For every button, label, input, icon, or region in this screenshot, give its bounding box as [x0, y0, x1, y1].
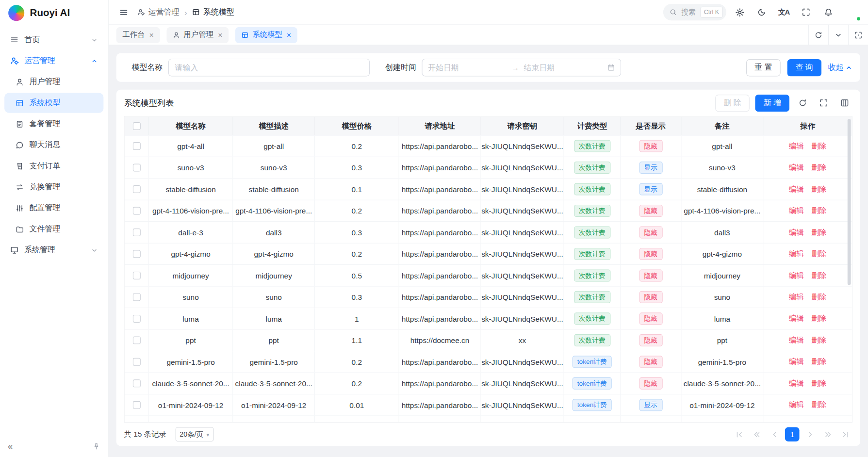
reset-button[interactable]: 重 置	[746, 59, 781, 76]
row-checkbox[interactable]	[132, 401, 140, 409]
delete-link[interactable]: 删除	[812, 314, 827, 324]
refresh-tab-button[interactable]	[808, 25, 828, 45]
edit-link[interactable]: 编辑	[789, 163, 804, 173]
edit-link[interactable]: 编辑	[789, 357, 804, 367]
settings-button[interactable]	[731, 3, 749, 21]
row-checkbox[interactable]	[132, 379, 140, 387]
model-name-field	[168, 59, 370, 76]
row-checkbox[interactable]	[132, 272, 140, 279]
table-scrollbar[interactable]	[848, 119, 851, 285]
prev-page-button[interactable]	[767, 427, 782, 441]
close-icon[interactable]: ×	[287, 31, 291, 39]
column-header-remark: 备注	[681, 117, 763, 135]
column-settings-button[interactable]	[837, 95, 852, 111]
add-button[interactable]: 新 增	[755, 94, 789, 111]
next-group-button[interactable]	[820, 427, 835, 441]
page-size-select[interactable]: 20条/页 ▾	[175, 427, 213, 441]
tab-user-management[interactable]: 用户管理 ×	[166, 27, 229, 43]
delete-link[interactable]: 删除	[812, 228, 827, 238]
sidebar-collapse-button[interactable]: «	[8, 442, 13, 451]
language-button[interactable]: 文A	[775, 3, 793, 21]
delete-link[interactable]: 删除	[812, 400, 827, 410]
edit-link[interactable]: 编辑	[789, 228, 804, 238]
close-icon[interactable]: ×	[218, 31, 222, 39]
sidebar-item-home[interactable]: 首页	[4, 30, 103, 50]
sidebar-item-system-model[interactable]: 系统模型	[4, 93, 103, 113]
delete-link[interactable]: 删除	[812, 206, 827, 216]
delete-link[interactable]: 删除	[812, 378, 827, 389]
row-checkbox[interactable]	[132, 250, 140, 258]
close-icon[interactable]: ×	[149, 31, 153, 39]
sidebar-item-package-management[interactable]: 套餐管理	[4, 114, 103, 134]
dark-mode-button[interactable]	[753, 3, 771, 21]
edit-link[interactable]: 编辑	[789, 314, 804, 324]
first-page-button[interactable]	[732, 427, 746, 441]
page-number-1[interactable]: 1	[785, 427, 800, 441]
sidebar-item-operations[interactable]: 运营管理	[4, 51, 103, 71]
delete-link[interactable]: 删除	[812, 357, 827, 367]
pin-icon[interactable]	[93, 442, 100, 450]
calendar-icon[interactable]	[607, 64, 615, 71]
tab-system-model[interactable]: 系统模型 ×	[235, 27, 297, 43]
select-all-checkbox[interactable]	[132, 122, 140, 130]
sidebar-item-payment-orders[interactable]: 支付订单	[4, 156, 103, 176]
delete-link[interactable]: 删除	[812, 141, 827, 151]
delete-link[interactable]: 删除	[812, 163, 827, 173]
edit-link[interactable]: 编辑	[789, 249, 804, 259]
row-checkbox[interactable]	[132, 164, 140, 172]
cell-request-key: sk-JIUQLNndqSeKWU...	[481, 265, 564, 286]
tab-workbench[interactable]: 工作台 ×	[116, 27, 160, 43]
tab-list-button[interactable]	[828, 25, 848, 45]
search-icon	[669, 8, 677, 16]
table-fullscreen-button[interactable]	[816, 95, 832, 111]
edit-link[interactable]: 编辑	[789, 206, 804, 216]
last-page-button[interactable]	[838, 427, 852, 441]
row-checkbox[interactable]	[132, 293, 140, 301]
collapse-filter-link[interactable]: 收起	[828, 63, 852, 73]
sidebar-item-exchange-management[interactable]: 兑换管理	[4, 177, 103, 197]
edit-link[interactable]: 编辑	[789, 141, 804, 151]
delete-link[interactable]: 删除	[812, 271, 827, 281]
refresh-table-button[interactable]	[795, 95, 810, 111]
search-button[interactable]: 查 询	[787, 59, 822, 76]
row-checkbox[interactable]	[132, 185, 140, 193]
delete-link[interactable]: 删除	[812, 335, 827, 345]
edit-link[interactable]: 编辑	[789, 184, 804, 195]
batch-delete-button[interactable]: 删 除	[715, 94, 750, 111]
global-search[interactable]: 搜索 Ctrl K	[663, 4, 726, 20]
sidebar-item-user-management[interactable]: 用户管理	[4, 72, 103, 92]
end-date-input[interactable]	[524, 63, 603, 72]
delete-link[interactable]: 删除	[812, 292, 827, 302]
row-checkbox[interactable]	[132, 336, 140, 344]
sidebar-item-file-management[interactable]: 文件管理	[4, 219, 103, 239]
edit-link[interactable]: 编辑	[789, 400, 804, 410]
row-checkbox[interactable]	[132, 315, 140, 323]
user-avatar[interactable]	[844, 4, 860, 20]
edit-link[interactable]: 编辑	[789, 335, 804, 345]
next-page-button[interactable]	[802, 427, 817, 441]
start-date-input[interactable]	[428, 63, 507, 72]
sidebar-item-system-management[interactable]: 系统管理	[4, 240, 103, 260]
edit-link[interactable]: 编辑	[789, 271, 804, 281]
prev-group-button[interactable]	[750, 427, 764, 441]
delete-link[interactable]: 删除	[812, 184, 827, 195]
row-checkbox[interactable]	[132, 358, 140, 366]
content-fullscreen-button[interactable]	[848, 25, 868, 45]
sidebar-item-config-management[interactable]: 配置管理	[4, 198, 103, 218]
cell-actions: 编辑 删除	[763, 222, 852, 243]
delete-link[interactable]: 删除	[812, 249, 827, 259]
logo[interactable]: Ruoyi AI	[0, 0, 108, 25]
fullscreen-button[interactable]	[797, 3, 815, 21]
row-checkbox[interactable]	[132, 228, 140, 236]
edit-link[interactable]: 编辑	[789, 292, 804, 302]
sidebar-item-chat-messages[interactable]: 聊天消息	[4, 135, 103, 155]
cell-model-price: 0.1	[315, 179, 399, 199]
row-checkbox[interactable]	[132, 207, 140, 215]
notifications-button[interactable]	[819, 3, 837, 21]
edit-link[interactable]: 编辑	[789, 378, 804, 389]
row-checkbox[interactable]	[132, 142, 140, 150]
hamburger-icon[interactable]	[116, 5, 131, 19]
breadcrumb-system-model[interactable]: 系统模型	[192, 7, 234, 17]
model-name-input[interactable]	[175, 63, 363, 72]
breadcrumb-operations[interactable]: 运营管理	[137, 7, 180, 17]
